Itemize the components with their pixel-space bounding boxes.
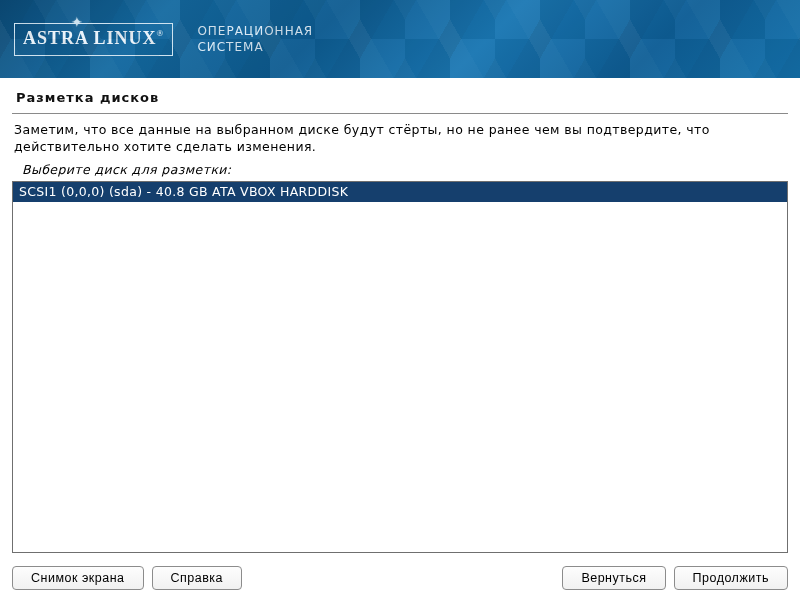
back-button[interactable]: Вернуться — [562, 566, 665, 590]
divider — [12, 113, 788, 114]
registered-mark: ® — [157, 28, 165, 38]
main-content: Разметка дисков Заметим, что все данные … — [0, 78, 800, 556]
warning-text: Заметим, что все данные на выбранном дис… — [12, 122, 788, 160]
screenshot-button[interactable]: Снимок экрана — [12, 566, 144, 590]
disk-listbox[interactable]: SCSI1 (0,0,0) (sda) - 40.8 GB ATA VBOX H… — [12, 181, 788, 553]
header-banner: ✦ ASTRA LINUX® ОПЕРАЦИОННАЯ СИСТЕМА — [0, 0, 800, 78]
brand-name: ASTRA LINUX — [23, 28, 157, 48]
disk-list-item[interactable]: SCSI1 (0,0,0) (sda) - 40.8 GB ATA VBOX H… — [13, 182, 787, 202]
brand-subtitle-line1: ОПЕРАЦИОННАЯ — [197, 23, 313, 39]
brand-subtitle: ОПЕРАЦИОННАЯ СИСТЕМА — [197, 23, 313, 55]
continue-button[interactable]: Продолжить — [674, 566, 788, 590]
brand-subtitle-line2: СИСТЕМА — [197, 39, 313, 55]
brand-logo: ✦ ASTRA LINUX® — [14, 23, 173, 56]
prompt-text: Выберите диск для разметки: — [12, 160, 788, 181]
star-icon: ✦ — [71, 14, 84, 31]
help-button[interactable]: Справка — [152, 566, 243, 590]
footer-bar: Снимок экрана Справка Вернуться Продолжи… — [0, 556, 800, 600]
page-title: Разметка дисков — [12, 90, 788, 111]
